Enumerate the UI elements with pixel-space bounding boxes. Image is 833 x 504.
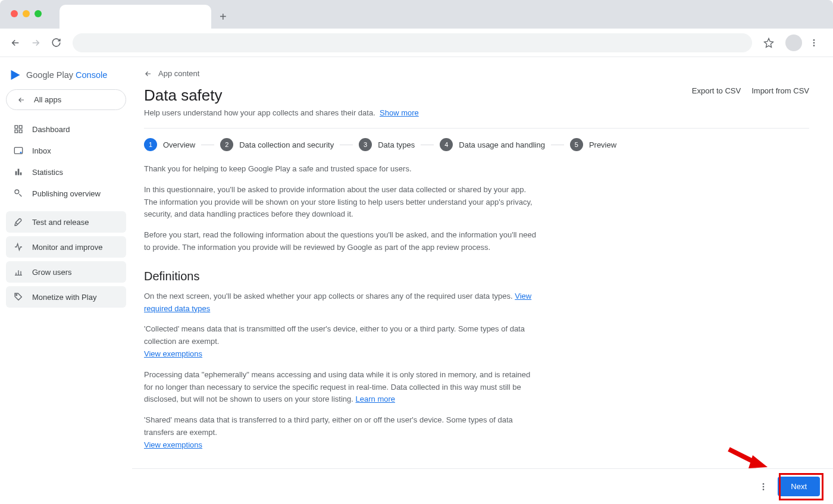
page-title: Data safety <box>144 86 223 105</box>
play-logo-icon <box>10 69 21 81</box>
footer-menu-button[interactable] <box>759 482 768 492</box>
all-apps-label: All apps <box>34 95 61 104</box>
step-data-usage[interactable]: 4 Data usage and handling <box>440 138 545 151</box>
forward-button[interactable] <box>27 35 44 51</box>
intro-paragraph: In this questionnaire, you'll be asked t… <box>144 184 537 221</box>
svg-rect-9 <box>15 171 17 176</box>
rocket-icon <box>13 217 24 227</box>
breadcrumb-label: App content <box>158 69 199 78</box>
all-apps-button[interactable]: All apps <box>6 89 126 110</box>
sidebar-item-inbox[interactable]: Inbox <box>6 140 126 161</box>
import-csv-button[interactable]: Import from CSV <box>751 86 809 95</box>
logo-text: Google Play Console <box>26 70 107 80</box>
publishing-icon <box>13 188 24 199</box>
close-window-button[interactable] <box>11 10 18 17</box>
bookmark-star-icon[interactable] <box>760 35 777 51</box>
learn-more-link[interactable]: Learn more <box>356 395 395 403</box>
sidebar-item-label: Statistics <box>32 168 63 177</box>
stepper: 1 Overview 2 Data collection and securit… <box>144 128 809 163</box>
reload-button[interactable] <box>48 35 64 51</box>
step-overview[interactable]: 1 Overview <box>144 138 195 151</box>
sidebar-item-label: Inbox <box>32 146 51 155</box>
browser-tab[interactable] <box>60 5 211 29</box>
svg-point-0 <box>813 39 815 41</box>
inbox-icon <box>13 145 24 156</box>
statistics-icon <box>13 167 24 177</box>
svg-point-15 <box>763 486 765 487</box>
svg-point-2 <box>813 45 815 46</box>
sidebar-item-publishing[interactable]: Publishing overview <box>6 183 126 204</box>
next-button[interactable]: Next <box>778 477 820 496</box>
intro-paragraph: Before you start, read the following inf… <box>144 229 537 254</box>
browser-tab-strip: + <box>0 0 833 29</box>
step-data-types[interactable]: 3 Data types <box>359 138 415 151</box>
growth-icon <box>13 267 24 277</box>
definitions-heading: Definitions <box>144 270 809 283</box>
main-content: App content Data safety Export to CSV Im… <box>132 57 833 468</box>
definitions-paragraph: 'Collected' means data that is transmitt… <box>144 323 537 360</box>
sidebar-item-test-release[interactable]: Test and release <box>6 211 126 233</box>
address-bar[interactable] <box>73 33 752 52</box>
show-more-link[interactable]: Show more <box>380 108 419 117</box>
intro-paragraph: Thank you for helping to keep Google Pla… <box>144 163 537 176</box>
svg-point-8 <box>20 152 22 154</box>
maximize-window-button[interactable] <box>35 10 42 17</box>
svg-rect-6 <box>19 130 22 133</box>
browser-menu-button[interactable] <box>809 38 826 48</box>
view-exemptions-link[interactable]: View exemptions <box>144 349 202 358</box>
svg-rect-10 <box>18 169 20 176</box>
definitions-paragraph: On the next screen, you'll be asked whet… <box>144 290 537 315</box>
export-csv-button[interactable]: Export to CSV <box>692 86 741 95</box>
tag-icon <box>13 292 24 302</box>
dashboard-icon <box>13 124 24 134</box>
svg-rect-4 <box>19 126 22 129</box>
svg-point-12 <box>15 190 19 194</box>
sidebar-item-label: Monitor and improve <box>32 243 103 252</box>
browser-toolbar <box>0 29 833 57</box>
sidebar-item-grow[interactable]: Grow users <box>6 261 126 283</box>
svg-point-1 <box>813 42 815 43</box>
sidebar-item-label: Grow users <box>32 268 71 277</box>
svg-point-16 <box>763 489 765 490</box>
sidebar-item-label: Publishing overview <box>32 189 101 198</box>
sidebar-item-label: Test and release <box>32 218 89 227</box>
definitions-paragraph: 'Shared' means data that is transferred … <box>144 414 537 451</box>
footer-bar: Next <box>132 468 833 504</box>
window-controls <box>11 10 42 17</box>
svg-rect-11 <box>20 173 22 176</box>
step-data-collection[interactable]: 2 Data collection and security <box>220 138 334 151</box>
profile-avatar[interactable] <box>785 35 802 51</box>
sidebar-item-statistics[interactable]: Statistics <box>6 161 126 183</box>
view-exemptions-link[interactable]: View exemptions <box>144 440 202 449</box>
sidebar: Google Play Console All apps Dashboard I… <box>0 57 132 504</box>
svg-rect-3 <box>15 126 18 129</box>
sidebar-item-monitor[interactable]: Monitor and improve <box>6 236 126 258</box>
logo[interactable]: Google Play Console <box>6 64 126 89</box>
pulse-icon <box>13 242 24 252</box>
sidebar-item-label: Monetize with Play <box>32 293 96 302</box>
back-button[interactable] <box>7 35 24 51</box>
sidebar-item-dashboard[interactable]: Dashboard <box>6 118 126 140</box>
svg-point-13 <box>16 295 17 296</box>
page-subtitle: Help users understand how your app colle… <box>144 108 809 117</box>
sidebar-item-monetize[interactable]: Monetize with Play <box>6 286 126 308</box>
svg-point-14 <box>763 483 765 485</box>
svg-rect-5 <box>15 130 18 133</box>
minimize-window-button[interactable] <box>23 10 30 17</box>
sidebar-item-label: Dashboard <box>32 125 70 134</box>
definitions-paragraph: Processing data "ephemerally" means acce… <box>144 369 537 406</box>
step-preview[interactable]: 5 Preview <box>570 138 616 151</box>
new-tab-button[interactable]: + <box>220 12 229 21</box>
breadcrumb-back[interactable]: App content <box>144 69 809 78</box>
